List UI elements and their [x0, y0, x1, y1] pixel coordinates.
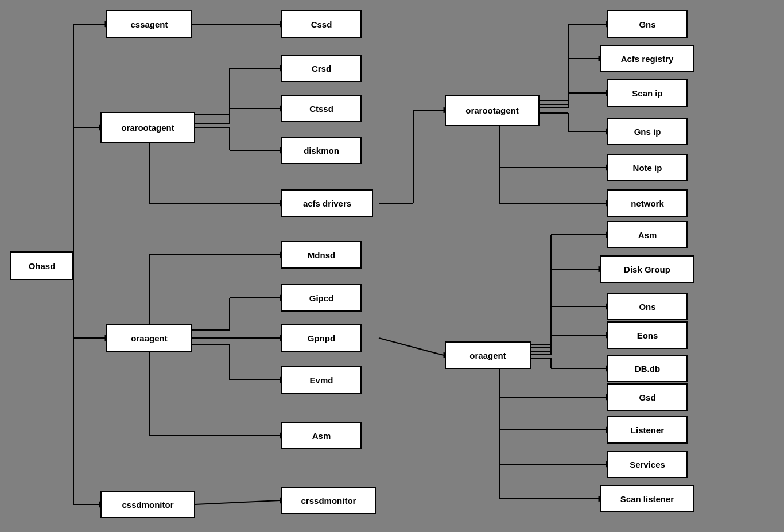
node-gsd-label: Gsd — [639, 393, 655, 402]
node-asm-right: Asm — [607, 221, 688, 248]
node-gipcd: Gipcd — [281, 284, 362, 312]
node-cssd-label: Cssd — [311, 20, 332, 29]
node-scan-listener-label: Scan listener — [620, 494, 674, 504]
node-services: Services — [607, 451, 688, 478]
node-crssdmonitor-label: crssdmonitor — [301, 496, 356, 506]
node-network: network — [607, 189, 688, 217]
svg-line-45 — [195, 500, 280, 504]
node-diskmon-label: diskmon — [304, 146, 339, 156]
node-gns-ip-label: Gns ip — [634, 127, 661, 137]
node-crsd-label: Crsd — [312, 64, 331, 73]
node-ohasd-label: Ohasd — [29, 261, 56, 271]
node-cssagent-label: cssagent — [130, 20, 168, 29]
node-oraagent-left-label: oraagent — [131, 333, 167, 343]
node-eons: Eons — [607, 321, 688, 349]
node-note-ip: Note ip — [607, 154, 688, 181]
node-oraagent-right: oraagent — [445, 341, 531, 369]
node-note-ip-label: Note ip — [633, 163, 662, 173]
node-evmd-label: Evmd — [310, 375, 333, 385]
node-db-db-label: DB.db — [635, 364, 660, 374]
node-crssdmonitor: crssdmonitor — [281, 487, 376, 514]
node-gsd: Gsd — [607, 383, 688, 411]
node-asm-right-label: Asm — [638, 230, 657, 240]
node-orarootagent-right-label: orarootagent — [465, 106, 519, 115]
node-network-label: network — [631, 199, 664, 208]
node-orarootagent-left: orarootagent — [100, 112, 195, 143]
node-cssagent: cssagent — [106, 10, 192, 38]
node-acfs-drivers: acfs drivers — [281, 189, 373, 217]
node-gns: Gns — [607, 10, 688, 38]
node-gpnpd: Gpnpd — [281, 324, 362, 352]
node-orarootagent-left-label: orarootagent — [121, 123, 174, 133]
node-crsd: Crsd — [281, 55, 362, 82]
node-gns-label: Gns — [639, 20, 655, 29]
node-evmd: Evmd — [281, 366, 362, 394]
node-orarootagent-right: orarootagent — [445, 95, 540, 126]
node-diskmon: diskmon — [281, 137, 362, 164]
node-ons-label: Ons — [639, 302, 655, 312]
node-gpnpd-label: Gpnpd — [308, 333, 335, 343]
node-cssd: Cssd — [281, 10, 362, 38]
node-ohasd: Ohasd — [10, 251, 73, 280]
node-disk-group: Disk Group — [600, 255, 694, 283]
node-gipcd-label: Gipcd — [309, 293, 334, 303]
node-mdnsd: Mdnsd — [281, 241, 362, 269]
node-listener: Listener — [607, 416, 688, 444]
node-scan-ip: Scan ip — [607, 79, 688, 107]
node-acfs-registry-label: Acfs registry — [621, 54, 674, 64]
node-oraagent-right-label: oraagent — [469, 351, 506, 360]
node-scan-listener: Scan listener — [600, 485, 694, 512]
node-listener-label: Listener — [631, 425, 664, 435]
node-ons: Ons — [607, 293, 688, 320]
node-cssdmonitor-label: cssdmonitor — [122, 500, 173, 510]
node-scan-ip-label: Scan ip — [632, 88, 662, 98]
node-services-label: Services — [630, 460, 665, 469]
node-gns-ip: Gns ip — [607, 118, 688, 145]
node-asm-left: Asm — [281, 422, 362, 449]
node-asm-left-label: Asm — [312, 431, 331, 441]
node-ctssd-label: Ctssd — [309, 104, 333, 114]
svg-line-51 — [379, 338, 444, 355]
node-cssdmonitor: cssdmonitor — [100, 491, 195, 518]
node-ctssd: Ctssd — [281, 95, 362, 122]
node-oraagent-left: oraagent — [106, 324, 192, 352]
node-acfs-registry: Acfs registry — [600, 45, 694, 72]
diagram: Ohasd cssagent orarootagent oraagent css… — [0, 0, 784, 532]
node-db-db: DB.db — [607, 355, 688, 382]
node-eons-label: Eons — [637, 331, 658, 340]
node-mdnsd-label: Mdnsd — [308, 250, 335, 260]
node-acfs-drivers-label: acfs drivers — [303, 199, 351, 208]
node-disk-group-label: Disk Group — [624, 265, 670, 274]
